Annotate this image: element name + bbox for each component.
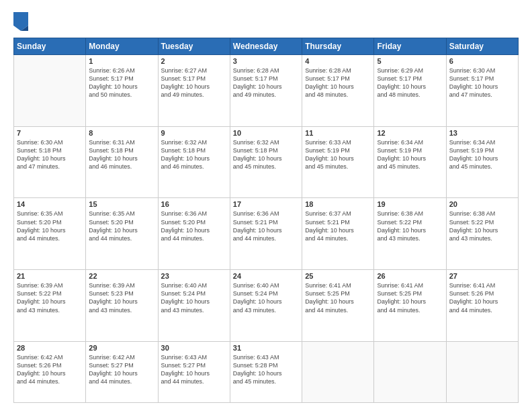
day-info: Sunrise: 6:40 AM Sunset: 5:24 PM Dayligh… xyxy=(161,281,227,314)
day-info: Sunrise: 6:30 AM Sunset: 5:17 PM Dayligh… xyxy=(449,66,515,99)
day-info: Sunrise: 6:38 AM Sunset: 5:22 PM Dayligh… xyxy=(449,210,515,242)
calendar-cell: 2Sunrise: 6:27 AM Sunset: 5:17 PM Daylig… xyxy=(158,55,230,127)
weekday-header-wednesday: Wednesday xyxy=(230,38,302,55)
day-number: 5 xyxy=(377,57,443,65)
day-number: 27 xyxy=(449,272,515,280)
day-number: 24 xyxy=(233,272,299,280)
calendar-cell: 17Sunrise: 6:36 AM Sunset: 5:21 PM Dayli… xyxy=(230,198,302,270)
day-info: Sunrise: 6:42 AM Sunset: 5:27 PM Dayligh… xyxy=(89,353,154,386)
day-info: Sunrise: 6:43 AM Sunset: 5:28 PM Dayligh… xyxy=(233,353,299,386)
calendar-cell: 21Sunrise: 6:39 AM Sunset: 5:22 PM Dayli… xyxy=(14,270,86,342)
day-number: 13 xyxy=(449,129,515,137)
day-number: 4 xyxy=(305,57,371,65)
day-info: Sunrise: 6:32 AM Sunset: 5:18 PM Dayligh… xyxy=(161,138,227,171)
calendar-cell: 19Sunrise: 6:38 AM Sunset: 5:22 PM Dayli… xyxy=(374,198,446,270)
day-number: 14 xyxy=(17,200,83,208)
day-info: Sunrise: 6:26 AM Sunset: 5:17 PM Dayligh… xyxy=(89,66,154,99)
calendar-cell: 24Sunrise: 6:40 AM Sunset: 5:24 PM Dayli… xyxy=(230,270,302,342)
calendar-cell: 16Sunrise: 6:36 AM Sunset: 5:20 PM Dayli… xyxy=(158,198,230,270)
calendar-cell: 29Sunrise: 6:42 AM Sunset: 5:27 PM Dayli… xyxy=(86,341,158,402)
day-number: 26 xyxy=(377,272,443,280)
calendar-week-3: 21Sunrise: 6:39 AM Sunset: 5:22 PM Dayli… xyxy=(14,270,519,342)
day-info: Sunrise: 6:36 AM Sunset: 5:20 PM Dayligh… xyxy=(161,210,227,242)
calendar-cell xyxy=(374,341,446,402)
calendar-table: SundayMondayTuesdayWednesdayThursdayFrid… xyxy=(13,38,519,403)
page: SundayMondayTuesdayWednesdayThursdayFrid… xyxy=(0,0,532,411)
weekday-header-tuesday: Tuesday xyxy=(158,38,230,55)
day-info: Sunrise: 6:42 AM Sunset: 5:26 PM Dayligh… xyxy=(17,353,83,386)
day-info: Sunrise: 6:31 AM Sunset: 5:18 PM Dayligh… xyxy=(89,138,154,171)
calendar-cell: 5Sunrise: 6:29 AM Sunset: 5:17 PM Daylig… xyxy=(374,55,446,127)
weekday-header-saturday: Saturday xyxy=(446,38,518,55)
calendar-cell: 4Sunrise: 6:28 AM Sunset: 5:17 PM Daylig… xyxy=(302,55,374,127)
day-info: Sunrise: 6:40 AM Sunset: 5:24 PM Dayligh… xyxy=(233,281,299,314)
calendar-week-4: 28Sunrise: 6:42 AM Sunset: 5:26 PM Dayli… xyxy=(14,341,519,402)
calendar-cell: 9Sunrise: 6:32 AM Sunset: 5:18 PM Daylig… xyxy=(158,126,230,198)
logo xyxy=(13,12,31,31)
day-info: Sunrise: 6:41 AM Sunset: 5:25 PM Dayligh… xyxy=(305,281,371,314)
day-info: Sunrise: 6:30 AM Sunset: 5:18 PM Dayligh… xyxy=(17,138,83,171)
day-info: Sunrise: 6:29 AM Sunset: 5:17 PM Dayligh… xyxy=(377,66,443,99)
day-number: 7 xyxy=(17,129,83,137)
day-number: 19 xyxy=(377,200,443,208)
logo-icon xyxy=(13,12,28,31)
day-number: 10 xyxy=(233,129,299,137)
day-number: 30 xyxy=(161,344,227,352)
day-info: Sunrise: 6:33 AM Sunset: 5:19 PM Dayligh… xyxy=(305,138,371,171)
day-info: Sunrise: 6:41 AM Sunset: 5:25 PM Dayligh… xyxy=(377,281,443,314)
calendar-cell: 10Sunrise: 6:32 AM Sunset: 5:18 PM Dayli… xyxy=(230,126,302,198)
calendar-cell: 20Sunrise: 6:38 AM Sunset: 5:22 PM Dayli… xyxy=(446,198,518,270)
day-number: 6 xyxy=(449,57,515,65)
day-number: 23 xyxy=(161,272,227,280)
day-number: 22 xyxy=(89,272,154,280)
day-number: 31 xyxy=(233,344,299,352)
day-number: 21 xyxy=(17,272,83,280)
day-info: Sunrise: 6:28 AM Sunset: 5:17 PM Dayligh… xyxy=(305,66,371,99)
calendar-cell xyxy=(302,341,374,402)
calendar-cell: 13Sunrise: 6:34 AM Sunset: 5:19 PM Dayli… xyxy=(446,126,518,198)
calendar-cell: 22Sunrise: 6:39 AM Sunset: 5:23 PM Dayli… xyxy=(86,270,158,342)
calendar-cell: 14Sunrise: 6:35 AM Sunset: 5:20 PM Dayli… xyxy=(14,198,86,270)
day-number: 16 xyxy=(161,200,227,208)
calendar-cell: 30Sunrise: 6:43 AM Sunset: 5:27 PM Dayli… xyxy=(158,341,230,402)
calendar-cell: 28Sunrise: 6:42 AM Sunset: 5:26 PM Dayli… xyxy=(14,341,86,402)
day-number: 3 xyxy=(233,57,299,65)
calendar-cell: 12Sunrise: 6:34 AM Sunset: 5:19 PM Dayli… xyxy=(374,126,446,198)
calendar-cell: 15Sunrise: 6:35 AM Sunset: 5:20 PM Dayli… xyxy=(86,198,158,270)
day-info: Sunrise: 6:32 AM Sunset: 5:18 PM Dayligh… xyxy=(233,138,299,171)
day-info: Sunrise: 6:39 AM Sunset: 5:22 PM Dayligh… xyxy=(17,281,83,314)
day-info: Sunrise: 6:35 AM Sunset: 5:20 PM Dayligh… xyxy=(89,210,154,242)
day-info: Sunrise: 6:36 AM Sunset: 5:21 PM Dayligh… xyxy=(233,210,299,242)
calendar-cell: 7Sunrise: 6:30 AM Sunset: 5:18 PM Daylig… xyxy=(14,126,86,198)
calendar-cell: 31Sunrise: 6:43 AM Sunset: 5:28 PM Dayli… xyxy=(230,341,302,402)
weekday-header-friday: Friday xyxy=(374,38,446,55)
day-number: 28 xyxy=(17,344,83,352)
calendar-cell: 25Sunrise: 6:41 AM Sunset: 5:25 PM Dayli… xyxy=(302,270,374,342)
calendar-cell: 8Sunrise: 6:31 AM Sunset: 5:18 PM Daylig… xyxy=(86,126,158,198)
calendar-week-0: 1Sunrise: 6:26 AM Sunset: 5:17 PM Daylig… xyxy=(14,55,519,127)
day-info: Sunrise: 6:34 AM Sunset: 5:19 PM Dayligh… xyxy=(377,138,443,171)
day-number: 12 xyxy=(377,129,443,137)
day-number: 1 xyxy=(89,57,154,65)
day-number: 8 xyxy=(89,129,154,137)
day-info: Sunrise: 6:39 AM Sunset: 5:23 PM Dayligh… xyxy=(89,281,154,314)
day-info: Sunrise: 6:37 AM Sunset: 5:21 PM Dayligh… xyxy=(305,210,371,242)
day-number: 25 xyxy=(305,272,371,280)
day-info: Sunrise: 6:28 AM Sunset: 5:17 PM Dayligh… xyxy=(233,66,299,99)
day-number: 20 xyxy=(449,200,515,208)
calendar-cell: 26Sunrise: 6:41 AM Sunset: 5:25 PM Dayli… xyxy=(374,270,446,342)
day-number: 29 xyxy=(89,344,154,352)
calendar-cell xyxy=(14,55,86,127)
calendar-cell: 1Sunrise: 6:26 AM Sunset: 5:17 PM Daylig… xyxy=(86,55,158,127)
day-info: Sunrise: 6:43 AM Sunset: 5:27 PM Dayligh… xyxy=(161,353,227,386)
weekday-header-row: SundayMondayTuesdayWednesdayThursdayFrid… xyxy=(14,38,519,55)
calendar-cell: 27Sunrise: 6:41 AM Sunset: 5:26 PM Dayli… xyxy=(446,270,518,342)
calendar-week-2: 14Sunrise: 6:35 AM Sunset: 5:20 PM Dayli… xyxy=(14,198,519,270)
calendar-week-1: 7Sunrise: 6:30 AM Sunset: 5:18 PM Daylig… xyxy=(14,126,519,198)
day-info: Sunrise: 6:41 AM Sunset: 5:26 PM Dayligh… xyxy=(449,281,515,314)
day-info: Sunrise: 6:35 AM Sunset: 5:20 PM Dayligh… xyxy=(17,210,83,242)
calendar-cell: 3Sunrise: 6:28 AM Sunset: 5:17 PM Daylig… xyxy=(230,55,302,127)
day-info: Sunrise: 6:38 AM Sunset: 5:22 PM Dayligh… xyxy=(377,210,443,242)
weekday-header-sunday: Sunday xyxy=(14,38,86,55)
day-info: Sunrise: 6:34 AM Sunset: 5:19 PM Dayligh… xyxy=(449,138,515,171)
